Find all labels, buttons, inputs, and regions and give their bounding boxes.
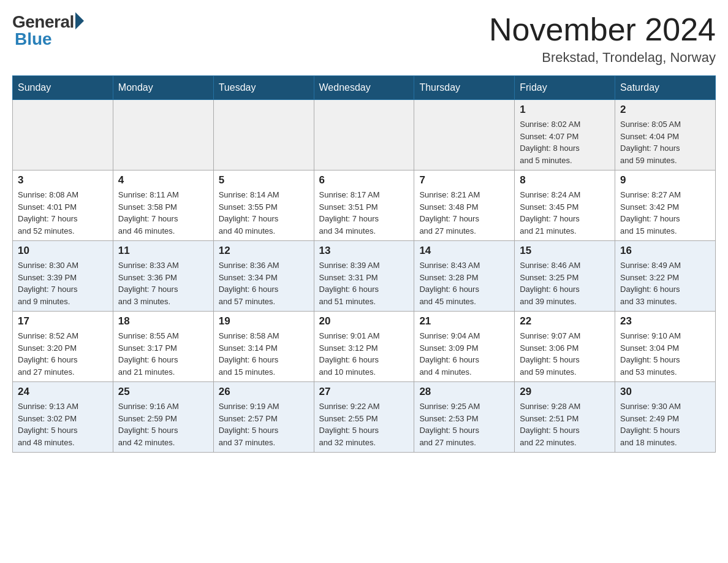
day-info: Sunrise: 8:02 AM Sunset: 4:07 PM Dayligh…: [520, 118, 610, 166]
day-info: Sunrise: 9:28 AM Sunset: 2:51 PM Dayligh…: [520, 400, 610, 448]
day-info: Sunrise: 9:04 AM Sunset: 3:09 PM Dayligh…: [419, 330, 509, 378]
calendar-cell: 21Sunrise: 9:04 AM Sunset: 3:09 PM Dayli…: [414, 312, 515, 382]
month-title: November 2024: [489, 12, 716, 47]
calendar-cell: 29Sunrise: 9:28 AM Sunset: 2:51 PM Dayli…: [515, 382, 615, 453]
calendar-cell: 14Sunrise: 8:43 AM Sunset: 3:28 PM Dayli…: [414, 241, 515, 312]
day-number: 25: [118, 386, 208, 398]
day-number: 20: [319, 315, 409, 327]
location-title: Brekstad, Trondelag, Norway: [489, 50, 716, 66]
calendar-table: SundayMondayTuesdayWednesdayThursdayFrid…: [12, 75, 716, 453]
calendar-header-monday: Monday: [113, 76, 213, 100]
day-info: Sunrise: 8:49 AM Sunset: 3:22 PM Dayligh…: [620, 259, 710, 307]
calendar-cell: 15Sunrise: 8:46 AM Sunset: 3:25 PM Dayli…: [515, 241, 615, 312]
day-number: 28: [419, 386, 509, 398]
logo-arrow-icon: [75, 12, 84, 29]
day-number: 30: [620, 386, 710, 398]
calendar-week-row: 17Sunrise: 8:52 AM Sunset: 3:20 PM Dayli…: [13, 312, 716, 382]
calendar-cell: 30Sunrise: 9:30 AM Sunset: 2:49 PM Dayli…: [615, 382, 716, 453]
day-info: Sunrise: 8:36 AM Sunset: 3:34 PM Dayligh…: [219, 259, 309, 307]
day-info: Sunrise: 8:08 AM Sunset: 4:01 PM Dayligh…: [18, 189, 108, 237]
day-info: Sunrise: 8:58 AM Sunset: 3:14 PM Dayligh…: [219, 330, 309, 378]
title-area: November 2024 Brekstad, Trondelag, Norwa…: [489, 12, 716, 66]
day-info: Sunrise: 8:21 AM Sunset: 3:48 PM Dayligh…: [419, 189, 509, 237]
day-info: Sunrise: 9:13 AM Sunset: 3:02 PM Dayligh…: [18, 400, 108, 448]
calendar-week-row: 3Sunrise: 8:08 AM Sunset: 4:01 PM Daylig…: [13, 170, 716, 241]
day-info: Sunrise: 8:43 AM Sunset: 3:28 PM Dayligh…: [419, 259, 509, 307]
day-number: 7: [419, 174, 509, 186]
calendar-cell: 25Sunrise: 9:16 AM Sunset: 2:59 PM Dayli…: [113, 382, 213, 453]
day-info: Sunrise: 8:46 AM Sunset: 3:25 PM Dayligh…: [520, 259, 610, 307]
logo-blue-text: Blue: [12, 29, 52, 49]
day-info: Sunrise: 9:10 AM Sunset: 3:04 PM Dayligh…: [620, 330, 710, 378]
day-number: 23: [620, 315, 710, 327]
day-number: 18: [118, 315, 208, 327]
day-info: Sunrise: 8:30 AM Sunset: 3:39 PM Dayligh…: [18, 259, 108, 307]
day-info: Sunrise: 8:39 AM Sunset: 3:31 PM Dayligh…: [319, 259, 409, 307]
day-number: 3: [18, 174, 108, 186]
calendar-cell: 28Sunrise: 9:25 AM Sunset: 2:53 PM Dayli…: [414, 382, 515, 453]
calendar-cell: 13Sunrise: 8:39 AM Sunset: 3:31 PM Dayli…: [314, 241, 414, 312]
calendar-week-row: 24Sunrise: 9:13 AM Sunset: 3:02 PM Dayli…: [13, 382, 716, 453]
day-info: Sunrise: 8:24 AM Sunset: 3:45 PM Dayligh…: [520, 189, 610, 237]
day-number: 21: [419, 315, 509, 327]
day-number: 10: [18, 245, 108, 257]
calendar-header-row: SundayMondayTuesdayWednesdayThursdayFrid…: [13, 76, 716, 100]
calendar-cell: 16Sunrise: 8:49 AM Sunset: 3:22 PM Dayli…: [615, 241, 716, 312]
calendar-header-thursday: Thursday: [414, 76, 515, 100]
calendar-header-sunday: Sunday: [13, 76, 113, 100]
day-number: 17: [18, 315, 108, 327]
day-info: Sunrise: 8:14 AM Sunset: 3:55 PM Dayligh…: [219, 189, 309, 237]
day-info: Sunrise: 9:16 AM Sunset: 2:59 PM Dayligh…: [118, 400, 208, 448]
day-info: Sunrise: 9:25 AM Sunset: 2:53 PM Dayligh…: [419, 400, 509, 448]
calendar-cell: 27Sunrise: 9:22 AM Sunset: 2:55 PM Dayli…: [314, 382, 414, 453]
day-info: Sunrise: 8:05 AM Sunset: 4:04 PM Dayligh…: [620, 118, 710, 166]
calendar-cell: 11Sunrise: 8:33 AM Sunset: 3:36 PM Dayli…: [113, 241, 213, 312]
calendar-cell: 19Sunrise: 8:58 AM Sunset: 3:14 PM Dayli…: [213, 312, 314, 382]
day-info: Sunrise: 8:27 AM Sunset: 3:42 PM Dayligh…: [620, 189, 710, 237]
calendar-cell: 26Sunrise: 9:19 AM Sunset: 2:57 PM Dayli…: [213, 382, 314, 453]
calendar-cell: 2Sunrise: 8:05 AM Sunset: 4:04 PM Daylig…: [615, 100, 716, 170]
day-number: 13: [319, 245, 409, 257]
calendar-header-friday: Friday: [515, 76, 615, 100]
day-number: 29: [520, 386, 610, 398]
day-number: 12: [219, 245, 309, 257]
calendar-header-tuesday: Tuesday: [213, 76, 314, 100]
day-number: 6: [319, 174, 409, 186]
day-number: 11: [118, 245, 208, 257]
day-number: 2: [620, 104, 710, 116]
calendar-cell: 18Sunrise: 8:55 AM Sunset: 3:17 PM Dayli…: [113, 312, 213, 382]
day-info: Sunrise: 8:11 AM Sunset: 3:58 PM Dayligh…: [118, 189, 208, 237]
calendar-cell: 1Sunrise: 8:02 AM Sunset: 4:07 PM Daylig…: [515, 100, 615, 170]
day-number: 26: [219, 386, 309, 398]
calendar-cell: [314, 100, 414, 170]
page-header: General Blue November 2024 Brekstad, Tro…: [12, 12, 716, 66]
calendar-cell: 22Sunrise: 9:07 AM Sunset: 3:06 PM Dayli…: [515, 312, 615, 382]
calendar-cell: 20Sunrise: 9:01 AM Sunset: 3:12 PM Dayli…: [314, 312, 414, 382]
day-info: Sunrise: 9:30 AM Sunset: 2:49 PM Dayligh…: [620, 400, 710, 448]
day-number: 19: [219, 315, 309, 327]
day-info: Sunrise: 8:17 AM Sunset: 3:51 PM Dayligh…: [319, 189, 409, 237]
day-number: 14: [419, 245, 509, 257]
calendar-header-saturday: Saturday: [615, 76, 716, 100]
calendar-week-row: 1Sunrise: 8:02 AM Sunset: 4:07 PM Daylig…: [13, 100, 716, 170]
day-number: 4: [118, 174, 208, 186]
calendar-cell: [113, 100, 213, 170]
day-info: Sunrise: 9:22 AM Sunset: 2:55 PM Dayligh…: [319, 400, 409, 448]
day-number: 8: [520, 174, 610, 186]
calendar-cell: 9Sunrise: 8:27 AM Sunset: 3:42 PM Daylig…: [615, 170, 716, 241]
day-info: Sunrise: 8:33 AM Sunset: 3:36 PM Dayligh…: [118, 259, 208, 307]
logo: General Blue: [12, 12, 84, 49]
calendar-cell: 7Sunrise: 8:21 AM Sunset: 3:48 PM Daylig…: [414, 170, 515, 241]
day-number: 22: [520, 315, 610, 327]
day-number: 16: [620, 245, 710, 257]
calendar-cell: [13, 100, 113, 170]
calendar-cell: 12Sunrise: 8:36 AM Sunset: 3:34 PM Dayli…: [213, 241, 314, 312]
day-number: 9: [620, 174, 710, 186]
day-number: 15: [520, 245, 610, 257]
day-info: Sunrise: 8:55 AM Sunset: 3:17 PM Dayligh…: [118, 330, 208, 378]
calendar-cell: 4Sunrise: 8:11 AM Sunset: 3:58 PM Daylig…: [113, 170, 213, 241]
calendar-cell: 5Sunrise: 8:14 AM Sunset: 3:55 PM Daylig…: [213, 170, 314, 241]
calendar-cell: 23Sunrise: 9:10 AM Sunset: 3:04 PM Dayli…: [615, 312, 716, 382]
calendar-cell: 10Sunrise: 8:30 AM Sunset: 3:39 PM Dayli…: [13, 241, 113, 312]
calendar-cell: [213, 100, 314, 170]
